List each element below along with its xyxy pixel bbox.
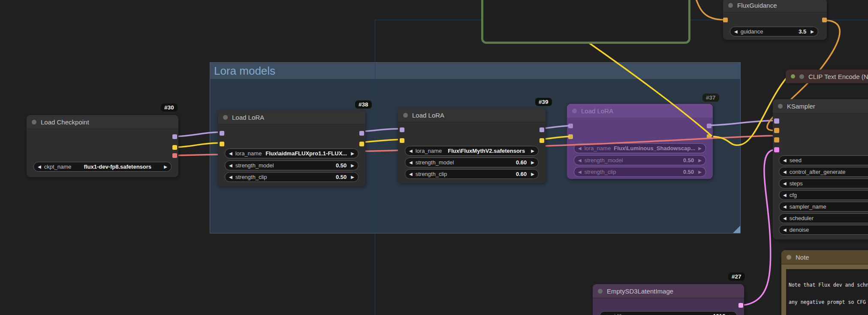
sampler-name-widget[interactable]: ◀ sampler_name: [779, 202, 868, 212]
node-clip-text-encode-positive[interactable]: [481, 0, 690, 44]
increment-arrow-icon[interactable]: ▶: [351, 175, 354, 179]
decrement-arrow-icon[interactable]: ◀: [578, 146, 582, 151]
collapse-dot-icon[interactable]: [598, 289, 603, 294]
scheduler-widget[interactable]: ◀ scheduler: [779, 213, 868, 223]
collapse-dot-icon[interactable]: [728, 3, 733, 8]
lora-name-widget[interactable]: ◀ lora_name Flux\aidmaFLUXpro1.1-FLUX...…: [225, 148, 359, 158]
negative-input-slot[interactable]: [774, 137, 779, 142]
collapse-dot-icon[interactable]: [572, 109, 577, 113]
increment-arrow-icon[interactable]: ▶: [531, 160, 534, 165]
control-after-generate-widget[interactable]: ◀ control_after_generate: [779, 167, 868, 177]
strength-clip-widget[interactable]: ◀ strength_clip 0.60 ▶: [405, 169, 539, 179]
decrement-arrow-icon[interactable]: ◀: [229, 151, 232, 156]
decrement-arrow-icon[interactable]: ◀: [783, 158, 787, 163]
increment-arrow-icon[interactable]: ▶: [351, 163, 354, 168]
decrement-arrow-icon[interactable]: ◀: [783, 193, 787, 197]
node-graph-canvas[interactable]: Lora models Load LoRA ◀ lora_name Flux\L…: [0, 0, 868, 315]
strength-clip-widget[interactable]: ◀ strength_clip 0.50 ▶: [225, 172, 359, 182]
decrement-arrow-icon[interactable]: ◀: [229, 163, 232, 168]
collapse-dot-icon[interactable]: [778, 104, 783, 109]
lora-name-widget[interactable]: ◀ lora_name Flux\Luminous_Shadowscap... …: [574, 143, 706, 153]
decrement-arrow-icon[interactable]: ◀: [229, 175, 232, 179]
increment-arrow-icon[interactable]: ▶: [351, 151, 354, 156]
node-header[interactable]: Load LoRA: [567, 104, 713, 118]
seed-widget[interactable]: ◀ seed: [779, 155, 868, 165]
model-input-slot[interactable]: [774, 118, 779, 124]
model-input-slot[interactable]: [220, 131, 224, 136]
node-header[interactable]: FluxGuidance: [723, 0, 827, 12]
decrement-arrow-icon[interactable]: ◀: [409, 172, 413, 176]
latent-output-slot[interactable]: [738, 303, 743, 308]
conditioning-input-slot[interactable]: [723, 18, 728, 22]
decrement-arrow-icon[interactable]: ◀: [783, 181, 787, 186]
cfg-widget[interactable]: ◀ cfg: [779, 190, 868, 200]
model-output-slot[interactable]: [172, 134, 177, 139]
decrement-arrow-icon[interactable]: ◀: [783, 216, 787, 221]
collapsed-input-dot-icon[interactable]: [791, 74, 795, 79]
collapse-dot-icon[interactable]: [799, 74, 804, 79]
strength-clip-widget[interactable]: ◀ strength_clip 0.50 ▶: [574, 167, 706, 177]
node-header[interactable]: EmptySD3LatentImage: [593, 284, 744, 298]
node-header[interactable]: CLIP Text Encode (Ne: [786, 70, 868, 83]
node-load-lora-37[interactable]: Load LoRA ◀ lora_name Flux\Luminous_Shad…: [567, 104, 713, 179]
decrement-arrow-icon[interactable]: ◀: [409, 148, 413, 153]
lora-name-widget[interactable]: ◀ lora_name Flux\FluxMythV2.safetensors …: [405, 146, 539, 156]
clip-output-slot[interactable]: [172, 145, 177, 150]
increment-arrow-icon[interactable]: ▶: [531, 148, 534, 153]
clip-input-slot[interactable]: [220, 142, 224, 146]
strength-model-widget[interactable]: ◀ strength_model 0.50 ▶: [225, 161, 359, 170]
clip-output-slot[interactable]: [707, 134, 711, 139]
latent-input-slot[interactable]: [774, 147, 779, 152]
collapse-dot-icon[interactable]: [403, 113, 408, 118]
decrement-arrow-icon[interactable]: ◀: [783, 227, 787, 232]
clip-input-slot[interactable]: [568, 134, 573, 139]
node-ksampler[interactable]: KSampler ◀ seed ◀ control_after_generate…: [773, 99, 868, 239]
node-load-lora-39[interactable]: Load LoRA ◀ lora_name Flux\FluxMythV2.sa…: [398, 108, 546, 183]
increment-arrow-icon[interactable]: ▶: [164, 164, 167, 169]
clip-output-slot[interactable]: [359, 142, 364, 146]
collapse-dot-icon[interactable]: [787, 255, 791, 260]
node-header[interactable]: Note: [781, 250, 868, 264]
ckpt-name-widget[interactable]: ◀ ckpt_name flux1-dev-fp8.safetensors ▶: [33, 162, 172, 172]
node-empty-sd3-latent-image[interactable]: EmptySD3LatentImage ◀ width 1216 ▶: [593, 284, 744, 315]
collapse-dot-icon[interactable]: [32, 120, 36, 124]
node-load-checkpoint[interactable]: Load Checkpoint ◀ ckpt_name flux1-dev-fp…: [27, 115, 178, 177]
conditioning-output-slot[interactable]: [822, 18, 827, 22]
increment-arrow-icon[interactable]: ▶: [698, 146, 702, 151]
node-header[interactable]: KSampler: [773, 99, 868, 113]
decrement-arrow-icon[interactable]: ◀: [783, 204, 787, 209]
node-header[interactable]: Load LoRA: [398, 108, 546, 122]
clip-input-slot[interactable]: [400, 138, 404, 143]
decrement-arrow-icon[interactable]: ◀: [578, 158, 582, 163]
width-widget[interactable]: ◀ width 1216 ▶: [600, 311, 737, 315]
collapse-dot-icon[interactable]: [223, 115, 228, 120]
node-flux-guidance[interactable]: FluxGuidance ◀ guidance 3.5 ▶: [723, 0, 827, 40]
increment-arrow-icon[interactable]: ▶: [698, 170, 702, 174]
note-textarea[interactable]: Note that Flux dev and schne any negativ…: [786, 269, 868, 315]
node-clip-text-encode-negative[interactable]: CLIP Text Encode (Ne: [786, 70, 868, 83]
denoise-widget[interactable]: ◀ denoise: [779, 225, 868, 235]
decrement-arrow-icon[interactable]: ◀: [578, 170, 582, 174]
model-output-slot[interactable]: [359, 131, 364, 136]
decrement-arrow-icon[interactable]: ◀: [409, 160, 413, 165]
increment-arrow-icon[interactable]: ▶: [698, 158, 702, 163]
strength-model-widget[interactable]: ◀ strength_model 0.50 ▶: [574, 155, 706, 165]
node-load-lora-38[interactable]: Load LoRA ◀ lora_name Flux\aidmaFLUXpro1…: [218, 110, 365, 186]
node-header[interactable]: Load Checkpoint: [27, 115, 178, 129]
model-input-slot[interactable]: [400, 127, 404, 132]
steps-widget[interactable]: ◀ steps: [779, 179, 868, 188]
node-note[interactable]: Note Note that Flux dev and schne any ne…: [781, 250, 868, 315]
model-output-slot[interactable]: [707, 124, 711, 128]
model-input-slot[interactable]: [568, 124, 573, 128]
decrement-arrow-icon[interactable]: ◀: [783, 170, 787, 174]
increment-arrow-icon[interactable]: ▶: [811, 29, 814, 34]
decrement-arrow-icon[interactable]: ◀: [734, 29, 738, 34]
positive-input-slot[interactable]: [774, 128, 779, 133]
clip-output-slot[interactable]: [539, 138, 544, 143]
vae-output-slot[interactable]: [172, 153, 177, 158]
strength-model-widget[interactable]: ◀ strength_model 0.60 ▶: [405, 158, 539, 167]
guidance-widget[interactable]: ◀ guidance 3.5 ▶: [730, 27, 818, 36]
model-output-slot[interactable]: [539, 127, 544, 132]
increment-arrow-icon[interactable]: ▶: [531, 172, 534, 176]
node-header[interactable]: Load LoRA: [218, 110, 365, 124]
